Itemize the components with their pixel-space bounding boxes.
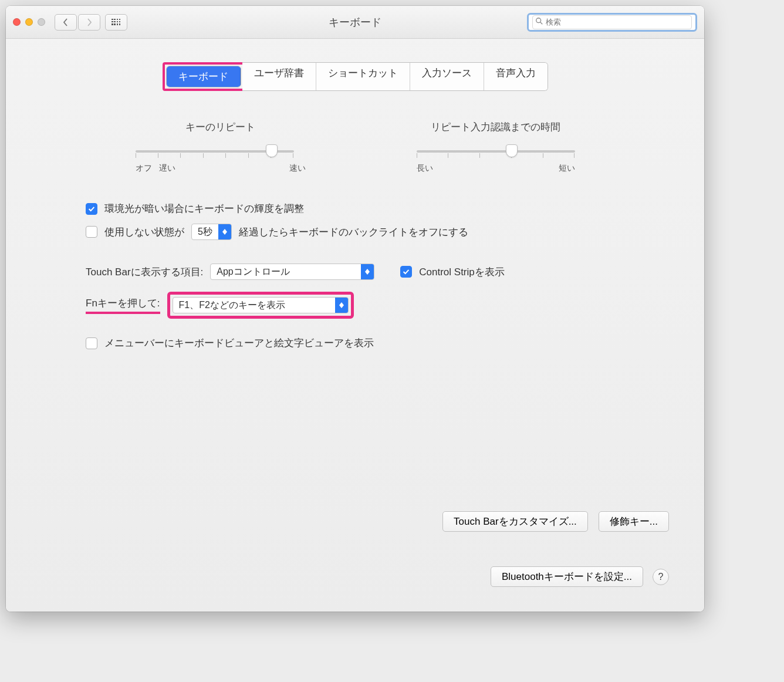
search-field[interactable] xyxy=(527,13,697,32)
label-slow: 遅い xyxy=(159,163,175,174)
select-backlight-seconds[interactable]: 5秒 xyxy=(191,224,232,240)
nav-buttons xyxy=(55,14,100,31)
traffic-lights xyxy=(13,18,45,26)
highlight-annotation-fn: F1、F2などのキーを表示 xyxy=(167,292,354,319)
label-fast: 速い xyxy=(289,163,306,174)
delay-repeat-slider[interactable] xyxy=(417,150,575,153)
svg-line-1 xyxy=(540,22,543,25)
label-off: オフ xyxy=(136,163,152,174)
customize-touchbar-button[interactable]: Touch Barをカスタマイズ... xyxy=(442,511,588,532)
sliders: キーのリピート オフ 遅い 速い リピート入力認識までの時間 xyxy=(27,120,683,174)
checkbox-adjust-brightness[interactable] xyxy=(86,203,97,215)
label-long: 長い xyxy=(417,163,433,174)
select-touchbar-value: Appコントロール xyxy=(211,266,361,278)
tab-keyboard[interactable]: キーボード xyxy=(167,66,241,87)
row-menubar-viewers: メニューバーにキーボードビューアと絵文字ビューアを表示 xyxy=(27,336,683,350)
label-backlight-prefix: 使用しない状態が xyxy=(104,225,184,239)
search-icon xyxy=(535,17,543,27)
modifier-keys-button[interactable]: 修飾キー... xyxy=(599,511,669,532)
delay-repeat-thumb[interactable] xyxy=(506,144,518,157)
delay-repeat-labels: 長い 短い xyxy=(417,163,575,174)
key-repeat-title: キーのリピート xyxy=(136,120,306,134)
label-backlight-suffix: 経過したらキーボードのバックライトをオフにする xyxy=(239,225,468,239)
tabs: キーボード ユーザ辞書 ショートカット 入力ソース 音声入力 xyxy=(27,62,683,91)
tab-user-dictionary[interactable]: ユーザ辞書 xyxy=(242,63,316,90)
checkbox-menubar-viewers[interactable] xyxy=(86,337,97,349)
tab-shortcuts[interactable]: ショートカット xyxy=(316,63,410,90)
help-button[interactable]: ? xyxy=(653,569,669,585)
label-menubar-viewers: メニューバーにキーボードビューアと絵文字ビューアを表示 xyxy=(104,336,374,350)
row-touchbar: Touch Barに表示する項目: Appコントロール Control Stri… xyxy=(27,264,683,280)
tab-input-sources[interactable]: 入力ソース xyxy=(410,63,484,90)
key-repeat-labels: オフ 遅い 速い xyxy=(136,163,306,174)
bluetooth-row: Bluetoothキーボードを設定... ? xyxy=(491,566,669,587)
back-button[interactable] xyxy=(55,14,77,31)
preferences-window: キーボード キーボード ユーザ辞書 ショートカット 入力ソース 音声入力 xyxy=(6,6,704,612)
row-adjust-brightness: 環境光が暗い場合にキーボードの輝度を調整 xyxy=(27,202,683,215)
stepper-arrows-icon xyxy=(361,264,374,279)
grid-icon xyxy=(111,19,121,26)
row-backlight-off: 使用しない状態が 5秒 経過したらキーボードのバックライトをオフにする xyxy=(27,224,683,240)
bluetooth-setup-button[interactable]: Bluetoothキーボードを設定... xyxy=(491,566,643,587)
forward-button[interactable] xyxy=(78,14,100,31)
select-fn-value: F1、F2などのキーを表示 xyxy=(173,299,335,312)
titlebar: キーボード xyxy=(6,6,704,39)
stepper-arrows-icon xyxy=(218,224,231,239)
label-fn-key: Fnキーを押して: xyxy=(86,296,160,314)
content-area: キーボード ユーザ辞書 ショートカット 入力ソース 音声入力 キーのリピート オ xyxy=(6,39,704,350)
label-short: 短い xyxy=(559,163,575,174)
key-repeat-slider[interactable] xyxy=(136,150,294,153)
svg-point-0 xyxy=(536,18,541,23)
label-touchbar: Touch Barに表示する項目: xyxy=(86,265,203,279)
checkbox-control-strip[interactable] xyxy=(400,266,412,278)
search-input[interactable] xyxy=(546,18,689,26)
select-fn-key[interactable]: F1、F2などのキーを表示 xyxy=(173,297,349,313)
checkbox-backlight-off[interactable] xyxy=(86,226,97,238)
delay-repeat-block: リピート入力認識までの時間 長い 短い xyxy=(417,120,575,174)
bottom-buttons: Touch Barをカスタマイズ... 修飾キー... xyxy=(442,511,669,532)
delay-repeat-title: リピート入力認識までの時間 xyxy=(417,120,575,134)
key-repeat-thumb[interactable] xyxy=(266,144,278,157)
select-touchbar[interactable]: Appコントロール xyxy=(210,264,374,280)
key-repeat-block: キーのリピート オフ 遅い 速い xyxy=(136,120,306,174)
label-control-strip: Control Stripを表示 xyxy=(419,265,504,279)
close-button[interactable] xyxy=(13,18,21,26)
tab-dictation[interactable]: 音声入力 xyxy=(484,63,548,90)
select-backlight-value: 5秒 xyxy=(192,226,218,238)
show-all-button[interactable] xyxy=(105,14,127,31)
row-fn-key: Fnキーを押して: F1、F2などのキーを表示 xyxy=(27,292,683,319)
label-adjust-brightness: 環境光が暗い場合にキーボードの輝度を調整 xyxy=(104,202,304,215)
zoom-button[interactable] xyxy=(38,18,45,26)
minimize-button[interactable] xyxy=(25,18,33,26)
stepper-arrows-icon xyxy=(335,298,348,313)
highlight-annotation-tab: キーボード xyxy=(163,62,245,91)
